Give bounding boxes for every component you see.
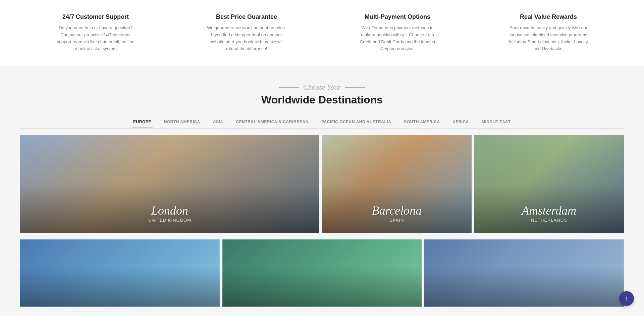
tab-africa[interactable]: AFRICA xyxy=(451,116,470,128)
destination-city: London xyxy=(151,204,188,218)
tab-middle-east[interactable]: MIDDLE EAST xyxy=(480,116,512,128)
feature-description: Do you need help or have a question? Con… xyxy=(55,25,136,52)
feature-item: Best Price Guarantee We guarantee we won… xyxy=(200,13,293,52)
destination-country: Netherlands xyxy=(531,218,567,223)
destination-card-london[interactable]: London United Kingdom xyxy=(20,135,319,233)
destination-city: Amsterdam xyxy=(522,204,577,218)
feature-title: Real Value Rewards xyxy=(508,13,589,20)
destinations-grid-row2 xyxy=(0,239,644,313)
section-header: Choose Your Worldwide Destinations xyxy=(0,83,644,106)
scroll-to-top-button[interactable]: ↑ xyxy=(619,291,634,306)
tab-pacific-ocean-and-australia[interactable]: PACIFIC OCEAN AND AUSTRALIA xyxy=(320,116,392,128)
destination-card-amsterdam[interactable]: Amsterdam Netherlands xyxy=(474,135,624,233)
destinations-grid-row1: London United Kingdom Barcelona Spain Am… xyxy=(0,129,644,239)
destination-card-partial-2[interactable] xyxy=(424,239,624,307)
feature-description: We offer various payment methods to make… xyxy=(357,25,438,52)
destination-overlay xyxy=(424,239,624,307)
tab-south-america[interactable]: SOUTH AMERICA xyxy=(402,116,441,128)
feature-description: We guarantee we won't be beat on price. … xyxy=(206,25,287,52)
tabs-nav: EUROPENORTH AMERICAASIACENTRAL AMERICA &… xyxy=(20,116,624,129)
destination-city: Barcelona xyxy=(372,204,422,218)
destination-card-partial-0[interactable] xyxy=(20,239,220,307)
feature-title: Best Price Guarantee xyxy=(206,13,287,20)
destination-overlay: London United Kingdom xyxy=(20,135,319,233)
feature-description: Earn rewards easily and quickly with our… xyxy=(508,25,589,52)
feature-title: Multi-Payment Options xyxy=(357,13,438,20)
destination-card-partial-1[interactable] xyxy=(222,239,422,307)
feature-item: Real Value Rewards Earn rewards easily a… xyxy=(501,13,595,52)
section-title: Worldwide Destinations xyxy=(0,94,644,106)
tab-north-america[interactable]: NORTH AMERICA xyxy=(163,116,202,128)
feature-item: Multi-Payment Options We offer various p… xyxy=(351,13,444,52)
destination-overlay xyxy=(20,239,220,307)
destination-overlay: Barcelona Spain xyxy=(322,135,472,233)
tab-europe[interactable]: EUROPE xyxy=(132,116,153,128)
tab-central-america-and-caribbean[interactable]: CENTRAL AMERICA & CARIBBEAN xyxy=(235,116,310,128)
destination-country: United Kingdom xyxy=(148,218,191,223)
destinations-section: Choose Your Worldwide Destinations EUROP… xyxy=(0,66,644,313)
destination-card-barcelona[interactable]: Barcelona Spain xyxy=(322,135,472,233)
feature-title: 24/7 Customer Support xyxy=(55,13,136,20)
tab-asia[interactable]: ASIA xyxy=(212,116,225,128)
features-bar: 24/7 Customer Support Do you need help o… xyxy=(0,0,644,66)
section-subtitle: Choose Your xyxy=(0,83,644,92)
destination-overlay xyxy=(222,239,422,307)
destination-overlay: Amsterdam Netherlands xyxy=(474,135,624,233)
feature-item: 24/7 Customer Support Do you need help o… xyxy=(49,13,143,52)
destination-country: Spain xyxy=(389,218,404,223)
